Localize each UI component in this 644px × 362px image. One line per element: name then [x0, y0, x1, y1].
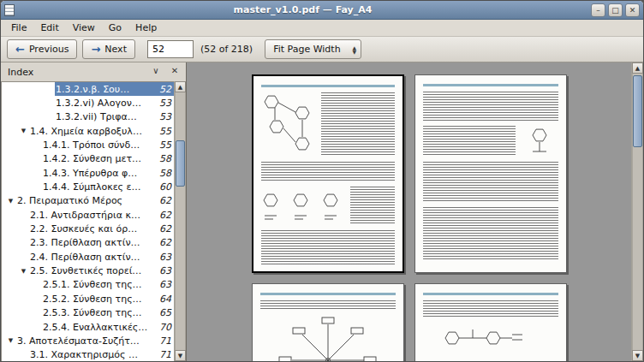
document-canvas[interactable] [186, 62, 631, 361]
text-block [423, 92, 558, 122]
next-label: Next [104, 44, 127, 55]
toc-item[interactable]: 2.1. Αντιδραστήρια κ…62 [2, 208, 174, 222]
toc-item[interactable]: 1.4.3. Υπέρυθρα φ…58 [2, 166, 174, 180]
sidebar-scroll-trough[interactable] [175, 92, 186, 350]
toc-item-inner: 2.5.4. Εναλλακτικές…70 [42, 320, 174, 334]
toc-item[interactable]: ▼2. Πειραματικό Μέρος62 [2, 194, 174, 208]
menu-file[interactable]: File [4, 21, 33, 35]
toc-item[interactable]: 1.3.2.vii) Τριφα…53 [2, 110, 174, 124]
page-thumbnail-2[interactable] [414, 74, 567, 273]
toc-item-inner: 3. Αποτελέσματα-Συζήτ…71 [16, 334, 174, 347]
expander-icon[interactable]: ▼ [5, 334, 16, 347]
sidebar-scroll-down-icon[interactable]: ▼ [175, 350, 186, 361]
sidebar-scrollbar[interactable]: ▲ ▼ [174, 81, 186, 361]
text-block [423, 162, 558, 203]
toc-item[interactable]: 2.5.4. Εναλλακτικές…70 [2, 320, 174, 334]
molecule-figure [261, 187, 345, 226]
sidebar-view-dropdown-icon[interactable]: ∨ [149, 65, 163, 79]
toc-item-label: 2.5. Συνθετικές πορεί… [30, 265, 154, 276]
toc-item-page: 58 [159, 153, 171, 164]
main-scroll-trough[interactable] [632, 74, 643, 350]
close-button[interactable]: ✕ [625, 3, 640, 17]
main-scrollbar[interactable]: ▲ ▼ [631, 62, 643, 361]
toc-item[interactable]: 2.5.3. Σύνθεση της…65 [2, 306, 174, 320]
molecule-figure [437, 323, 540, 359]
expander-icon[interactable]: ▼ [18, 124, 29, 138]
toc-item-label: 1.3.2.ν.β. Σου… [56, 84, 154, 95]
menu-edit[interactable]: Edit [33, 21, 65, 35]
zoom-combobox[interactable]: Fit Page Width ▲ ▼ [265, 39, 361, 59]
toc-item-page: 55 [159, 126, 171, 137]
toc-item[interactable]: ▼1.4. Χημεία καρβοξυλ…55 [2, 124, 174, 138]
toc-item[interactable]: 1.3.2.vi) Αλογον…53 [2, 96, 174, 110]
toc-item-inner: 1.3.2.ν.β. Σου…52 [55, 82, 174, 96]
title-bar[interactable]: master_v1.0.pdf — Fay_A4 – □ ✕ [1, 1, 643, 20]
toc-item-page: 55 [159, 139, 171, 151]
toc-item-inner: 2.1. Αντιδραστήρια κ…62 [29, 208, 174, 222]
toc-item-label: 1.4. Χημεία καρβοξυλ… [30, 126, 154, 137]
minimize-button[interactable]: – [591, 3, 605, 17]
sidebar-scroll-up-icon[interactable]: ▲ [175, 81, 186, 92]
toc-item-inner: 1.4.4. Σύμπλοκες ε…60 [42, 180, 174, 193]
toc-item-page: 63 [159, 265, 171, 276]
toc-item-page: 62 [159, 237, 171, 248]
toc-item-page: 58 [159, 168, 171, 179]
toc-item[interactable]: 3.1. Χαρακτηρισμός …71 [2, 348, 174, 361]
sidebar-scroll-thumb[interactable] [176, 140, 185, 187]
toc-item[interactable]: ▼2.5. Συνθετικές πορεί…63 [2, 264, 174, 277]
toc-item-page: 52 [159, 84, 171, 95]
main-scroll-thumb[interactable] [633, 75, 642, 147]
toc-item[interactable]: 1.3.2.ν.β. Σου…52 [2, 82, 174, 96]
toc-item-page: 63 [159, 252, 171, 263]
previous-button[interactable]: ← Previous [7, 39, 77, 59]
toc-item[interactable]: 2.5.2. Σύνθεση της…64 [2, 292, 174, 306]
page-thumbnail-4[interactable] [414, 283, 567, 361]
menu-help[interactable]: Help [128, 21, 164, 35]
content-area: Index ∨ ✕ 1.3.2.ν.β. Σου…521.3.2.vi) Αλο… [1, 62, 643, 361]
toc-item-label: 2. Πειραματικό Μέρος [17, 195, 154, 206]
toc-item[interactable]: 2.4. Περίθλαση ακτίν…63 [2, 250, 174, 264]
next-button[interactable]: → Next [82, 39, 135, 59]
toc-item-page: 53 [159, 111, 171, 122]
toc-item[interactable]: 1.4.2. Σύνθεση μετ…58 [2, 152, 174, 166]
toc-item[interactable]: 2.2. Συσκευές και όρ…62 [2, 222, 174, 235]
toc-item-inner: 1.4.2. Σύνθεση μετ…58 [42, 152, 174, 166]
sidebar: Index ∨ ✕ 1.3.2.ν.β. Σου…521.3.2.vi) Αλο… [1, 62, 186, 361]
expander-icon[interactable]: ▼ [5, 194, 16, 208]
main-scroll-down-icon[interactable]: ▼ [632, 350, 643, 361]
toc-item[interactable]: ▼3. Αποτελέσματα-Συζήτ…71 [2, 334, 174, 347]
main-scroll-up-icon[interactable]: ▲ [632, 62, 643, 74]
toc-item[interactable]: 2.3. Περίθλαση ακτίν…62 [2, 236, 174, 250]
page-row [261, 92, 395, 157]
toc-item-label: 1.4.2. Σύνθεση μετ… [43, 153, 154, 164]
toc-item[interactable]: 1.4.1. Τρόποι σύνδ…55 [2, 138, 174, 151]
toc-item-label: 1.4.3. Υπέρυθρα φ… [43, 168, 154, 179]
application-icon [4, 4, 15, 16]
maximize-button[interactable]: □ [608, 3, 623, 17]
page-thumbnail-3[interactable] [252, 283, 404, 361]
toc-item[interactable]: 1.4.4. Σύμπλοκες ε…60 [2, 180, 174, 193]
toc-item-page: 53 [159, 98, 171, 109]
text-block [423, 207, 558, 261]
toc-item-label: 3. Αποτελέσματα-Συζήτ… [17, 335, 154, 347]
page-number-input[interactable] [147, 40, 194, 58]
toc-item-page: 65 [159, 307, 171, 318]
next-icon: → [91, 45, 100, 54]
toc-item-inner: 2.5.1. Σύνθεση της…63 [42, 278, 174, 292]
menu-go[interactable]: Go [102, 21, 128, 35]
toc-item-page: 63 [159, 279, 171, 290]
expander-icon[interactable]: ▼ [18, 264, 29, 278]
sidebar-close-icon[interactable]: ✕ [168, 65, 182, 79]
menu-bar: File Edit View Go Help [1, 20, 643, 37]
text-block [321, 92, 395, 156]
toc-item-page: 71 [159, 349, 171, 360]
previous-label: Previous [29, 44, 69, 55]
text-block [261, 230, 395, 266]
toc-item-label: 2.3. Περίθλαση ακτίν… [30, 237, 154, 248]
toc-item[interactable]: 2.5.1. Σύνθεση της…63 [2, 278, 174, 292]
page-count-label: (52 of 218) [200, 44, 253, 55]
text-block [260, 300, 396, 311]
page-thumbnail-1[interactable] [252, 74, 404, 273]
combo-arrows-icon: ▲ ▼ [353, 45, 357, 54]
menu-view[interactable]: View [66, 21, 102, 35]
